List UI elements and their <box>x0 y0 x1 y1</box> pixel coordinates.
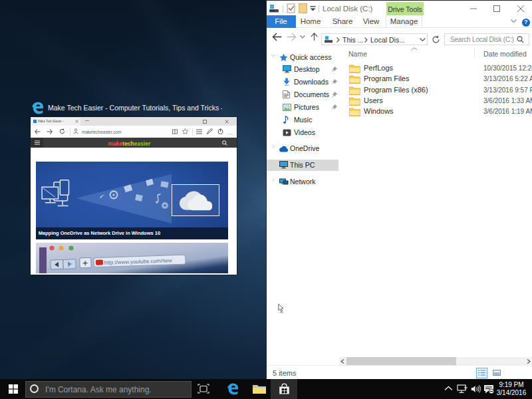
svg-text:+: + <box>82 257 88 268</box>
